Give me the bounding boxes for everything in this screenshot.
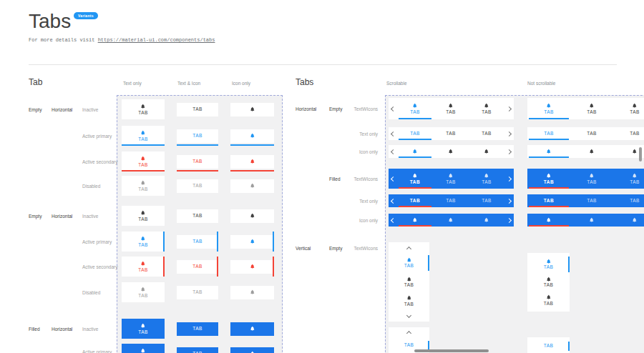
tab-icon[interactable] <box>230 347 274 353</box>
tab-active[interactable]: TAB <box>527 127 570 140</box>
tab-icon[interactable] <box>230 129 274 143</box>
tab-active[interactable]: TAB <box>397 98 433 119</box>
tab-text-icon[interactable]: TAB <box>122 206 165 226</box>
tab-text-icon[interactable]: TAB <box>122 99 165 119</box>
tab[interactable] <box>433 145 469 158</box>
tab-active[interactable]: TAB <box>397 169 433 189</box>
tab-text[interactable]: TAB <box>177 103 218 116</box>
tab-icon[interactable] <box>230 209 274 223</box>
tab-text[interactable]: TAB <box>177 286 218 299</box>
chevron-left-icon <box>390 198 395 203</box>
horizontal-scrollbar[interactable] <box>414 349 489 352</box>
tab[interactable]: TAB <box>613 169 644 189</box>
tab[interactable]: TAB <box>469 127 504 140</box>
scroll-left-button[interactable] <box>389 98 397 119</box>
tab-active[interactable]: TAB <box>527 169 570 189</box>
scroll-left-button[interactable] <box>389 194 397 207</box>
tab-icon[interactable] <box>230 103 274 116</box>
tab[interactable]: TAB <box>433 169 469 189</box>
tab-text-icon[interactable]: TAB <box>122 319 165 339</box>
variant-label: TextWIcons <box>326 176 378 182</box>
tab[interactable]: TAB <box>433 194 469 207</box>
tab-text-icon[interactable]: TAB <box>122 176 165 196</box>
tab-text-icon[interactable]: TAB <box>122 344 165 353</box>
bell-icon <box>140 261 146 267</box>
tab-text[interactable]: TAB <box>177 179 218 193</box>
scroll-right-button[interactable] <box>504 98 513 119</box>
tab[interactable]: TAB <box>469 169 504 189</box>
tab[interactable]: TAB <box>570 169 613 189</box>
tab[interactable]: TAB <box>527 292 570 308</box>
bell-icon <box>406 257 412 263</box>
tab-icon[interactable] <box>230 155 274 169</box>
tab-active[interactable]: TAB <box>527 98 570 119</box>
scroll-right-button[interactable] <box>504 127 513 140</box>
tab[interactable]: TAB <box>527 274 570 290</box>
tab[interactable] <box>570 145 613 158</box>
material-ui-link[interactable]: https://material-ui.com/components/tabs <box>98 37 215 43</box>
tab-text[interactable]: TAB <box>177 322 218 336</box>
tab-icon[interactable] <box>230 179 274 193</box>
tab[interactable]: TAB <box>613 127 644 140</box>
tab[interactable]: TAB <box>570 98 613 119</box>
tab-active[interactable]: TAB <box>527 257 570 272</box>
scroll-right-button[interactable] <box>504 194 513 207</box>
scroll-left-button[interactable] <box>389 127 397 140</box>
bell-icon <box>448 103 454 109</box>
tab-active[interactable]: TAB <box>389 341 429 350</box>
tab[interactable]: TAB <box>570 127 613 140</box>
tab-icon[interactable] <box>230 322 274 336</box>
tab[interactable] <box>613 214 644 227</box>
tab-active[interactable] <box>527 214 570 227</box>
tab-active[interactable] <box>397 145 433 158</box>
tab-active[interactable] <box>397 214 433 227</box>
scroll-left-button[interactable] <box>389 169 397 189</box>
tab-active[interactable]: TAB <box>527 342 570 351</box>
tab-text[interactable]: TAB <box>177 209 218 223</box>
scroll-right-button[interactable] <box>504 145 513 158</box>
tab[interactable]: TAB <box>469 98 504 119</box>
tab-active[interactable]: TAB <box>527 194 570 207</box>
tab[interactable]: TAB <box>433 127 469 140</box>
tab[interactable]: TAB <box>613 98 644 119</box>
scroll-left-button[interactable] <box>389 214 397 227</box>
tab-text-icon[interactable]: TAB <box>122 151 165 171</box>
tab-active[interactable]: TAB <box>397 127 433 140</box>
scroll-up-button[interactable] <box>407 330 411 336</box>
scroll-up-button[interactable] <box>407 246 411 252</box>
tab-text[interactable]: TAB <box>177 129 218 143</box>
tab-active[interactable]: TAB <box>389 255 429 271</box>
tab[interactable]: TAB <box>613 194 644 207</box>
tab-icon[interactable] <box>230 260 274 274</box>
tab[interactable] <box>433 214 469 227</box>
tab-active[interactable]: TAB <box>397 194 433 207</box>
chevron-right-icon <box>506 149 511 154</box>
tab-section-heading: Tab <box>29 77 42 87</box>
tab-label: TAB <box>630 110 640 115</box>
tab[interactable]: TAB <box>433 98 469 119</box>
tab-icon[interactable] <box>230 286 274 299</box>
tab[interactable]: TAB <box>570 194 613 207</box>
tab-text[interactable]: TAB <box>177 260 218 274</box>
scroll-down-button[interactable] <box>407 312 411 318</box>
scroll-right-button[interactable] <box>504 214 513 227</box>
tab[interactable] <box>469 145 504 158</box>
tab-text-icon[interactable]: TAB <box>122 126 165 146</box>
tab-active[interactable] <box>527 145 570 158</box>
state-label: Active secondary <box>82 159 118 164</box>
vertical-scrollbar[interactable] <box>639 147 642 161</box>
tab-text[interactable]: TAB <box>177 235 218 249</box>
scroll-left-button[interactable] <box>389 145 397 158</box>
tab[interactable] <box>570 214 613 227</box>
tab[interactable] <box>469 214 504 227</box>
tab-icon[interactable] <box>230 235 274 249</box>
tab-text[interactable]: TAB <box>177 347 218 353</box>
scroll-right-button[interactable] <box>504 169 513 189</box>
tab[interactable]: TAB <box>389 274 429 290</box>
tab-text-icon[interactable]: TAB <box>122 282 165 302</box>
tab-text-icon[interactable]: TAB <box>122 257 165 277</box>
tab-text[interactable]: TAB <box>177 155 218 169</box>
tab[interactable]: TAB <box>469 194 504 207</box>
tab-text-icon[interactable]: TAB <box>122 232 165 252</box>
tab[interactable]: TAB <box>389 293 429 309</box>
